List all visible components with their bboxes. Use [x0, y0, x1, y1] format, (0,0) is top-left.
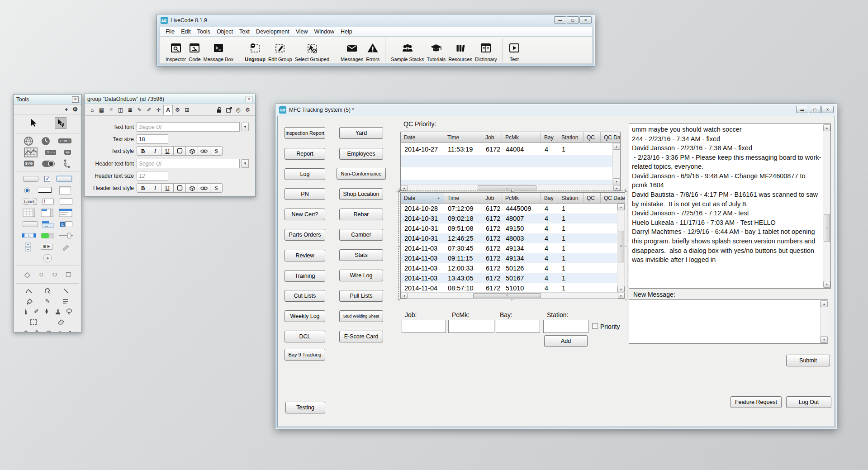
- scroll-down-icon[interactable]: ▼: [821, 336, 828, 343]
- pencil2-tool[interactable]: ✎: [35, 329, 40, 332]
- column-header-job[interactable]: Job: [482, 193, 502, 204]
- scroll-down-icon[interactable]: ▼: [823, 281, 830, 288]
- plus-icon[interactable]: +: [65, 106, 68, 113]
- menu-object[interactable]: Object: [213, 28, 236, 36]
- spinner-tool[interactable]: [25, 242, 31, 252]
- tracking-grid[interactable]: DateTimeJobPcMkBayStationQCQC Date2014-1…: [400, 192, 625, 299]
- tools-titlebar[interactable]: Tools ✕: [14, 95, 81, 104]
- italic-button[interactable]: I: [149, 146, 161, 156]
- progress-tool[interactable]: [41, 233, 54, 238]
- table-row[interactable]: 2014-11-0312:00:3361725012641: [401, 263, 625, 273]
- scrollbar-tool[interactable]: [42, 220, 54, 228]
- player-tool[interactable]: [43, 254, 52, 263]
- stamp-tool[interactable]: [55, 309, 61, 315]
- camber-button[interactable]: Camber: [339, 229, 383, 241]
- toolbar-tutorials-button[interactable]: Tutorials: [426, 37, 447, 63]
- maximize-button[interactable]: ▢: [567, 16, 579, 24]
- panel-tool[interactable]: [59, 186, 71, 195]
- layers-tab-icon[interactable]: ≣: [125, 105, 135, 115]
- scroll-field-tool[interactable]: [41, 209, 53, 217]
- add-button[interactable]: Add: [544, 335, 588, 347]
- maximize-button[interactable]: ▢: [809, 106, 821, 113]
- toolbar-dictionary-button[interactable]: Dictionary: [474, 37, 498, 63]
- rebar-button[interactable]: Rebar: [339, 209, 383, 220]
- column-header-pcmk[interactable]: PcMk: [502, 193, 541, 204]
- oval-shape[interactable]: ○: [52, 270, 57, 279]
- bold-button[interactable]: B: [137, 183, 149, 193]
- livecode-titlebar[interactable]: LC LiveCode 8.1.9: [157, 14, 595, 26]
- box-button[interactable]: [173, 183, 186, 193]
- table-row[interactable]: 2014-11-0408:57:1061725101041: [401, 283, 625, 293]
- logout-button[interactable]: Log Out: [786, 396, 831, 408]
- horizontal-scrollbar[interactable]: ◄►: [401, 185, 620, 191]
- toolbar-ungroup-button[interactable]: Ungroup: [243, 37, 267, 63]
- station-input[interactable]: [543, 320, 588, 333]
- scroll-up-icon[interactable]: ▲: [617, 204, 625, 210]
- threed-button[interactable]: [185, 183, 198, 193]
- close-icon[interactable]: ✕: [72, 96, 79, 103]
- style-tab-icon[interactable]: ✎: [135, 105, 144, 115]
- review-button[interactable]: Review: [285, 250, 325, 261]
- browse-tool[interactable]: [28, 118, 38, 128]
- table-row[interactable]: 2014-11-0313:43:0561725016741: [401, 273, 625, 283]
- menu-file[interactable]: File: [162, 28, 178, 36]
- scroll-up-icon[interactable]: ▲: [821, 300, 828, 307]
- curve-tool[interactable]: [25, 287, 33, 294]
- menu-tools[interactable]: Tools: [194, 28, 213, 36]
- scroll-left-icon[interactable]: ◄: [401, 185, 408, 191]
- inspector-titlebar[interactable]: group "DataGridLow" (id 73596) ✕: [85, 94, 255, 104]
- minimize-button[interactable]: ▬: [554, 16, 566, 24]
- submit-button[interactable]: Submit: [786, 355, 830, 366]
- close-button[interactable]: ✕: [821, 106, 834, 113]
- titlebar-widget[interactable]: < Title +: [58, 138, 71, 143]
- link-button[interactable]: [198, 146, 210, 156]
- column-header-time[interactable]: Time: [444, 193, 482, 204]
- close-button[interactable]: ✕: [579, 16, 592, 24]
- mfc-titlebar[interactable]: LC MFC Tracking System (5) *: [275, 104, 837, 116]
- scroll-right-icon[interactable]: ►: [613, 185, 620, 191]
- eraser-tool[interactable]: [57, 319, 65, 325]
- column-header-pcmk[interactable]: PcMk: [502, 132, 541, 143]
- scroll-thumb[interactable]: [478, 185, 536, 190]
- slider-tool[interactable]: [59, 233, 73, 239]
- card-tab-icon[interactable]: ▤: [97, 105, 106, 115]
- scroll-up-icon[interactable]: ▲: [613, 143, 620, 150]
- header-widget[interactable]: ≡|≡: [64, 150, 71, 155]
- priority-checkbox[interactable]: [592, 323, 598, 329]
- hollow-diamond-tool[interactable]: ◇: [58, 329, 62, 332]
- pointer-tool[interactable]: [55, 117, 66, 129]
- inspection-report-button[interactable]: Inspection Report: [285, 127, 325, 139]
- menu-development[interactable]: Development: [253, 28, 293, 36]
- table-row[interactable]: 2014-10-3112:46:2561724800341: [401, 233, 625, 243]
- column-header-bay[interactable]: Bay: [541, 193, 558, 204]
- link-button[interactable]: [198, 183, 210, 193]
- toolbar-edit-group-button[interactable]: Edit Group: [267, 37, 294, 63]
- table-row[interactable]: 2014-10-2807:12:096172444500941: [401, 204, 625, 214]
- bucket2-tool[interactable]: [23, 329, 29, 332]
- list-tool[interactable]: [59, 209, 72, 217]
- target-icon[interactable]: ◎: [233, 105, 243, 115]
- tree-widget[interactable]: [63, 159, 71, 169]
- menu-window[interactable]: Window: [311, 28, 337, 36]
- weekly-log-button[interactable]: Weekly Log: [285, 310, 325, 322]
- toolbar-select-grouped-button[interactable]: Select Grouped: [294, 37, 331, 63]
- lines-tool[interactable]: [46, 330, 52, 332]
- scroll-thumb[interactable]: [473, 293, 541, 298]
- toolbar-errors-button[interactable]: Errors: [365, 37, 381, 63]
- checkbox-tool[interactable]: ✔: [44, 176, 50, 182]
- toolbar-inspector-button[interactable]: Inspector: [164, 37, 187, 63]
- diamond-shape[interactable]: ◇: [24, 270, 30, 280]
- new-message-field[interactable]: ▲ ▼: [629, 299, 828, 344]
- scroll-left-icon[interactable]: ◄: [401, 293, 408, 299]
- column-header-qc[interactable]: QC: [583, 132, 601, 143]
- vertical-scrollbar[interactable]: ▲▼: [617, 204, 625, 293]
- scroll-thumb[interactable]: [824, 214, 830, 242]
- effect-tool[interactable]: [62, 243, 70, 251]
- scroll-up-icon[interactable]: ▲: [823, 124, 830, 131]
- columns-tab-icon[interactable]: ◫: [116, 105, 125, 115]
- column-header-qc-date[interactable]: QC Date: [601, 132, 621, 143]
- radio-tool[interactable]: [24, 187, 30, 194]
- toolbar-sample-stacks-button[interactable]: Sample Stacks: [389, 37, 425, 63]
- chevron-down-icon[interactable]: ▼: [242, 159, 249, 168]
- geometry-tab-icon[interactable]: ⊞: [182, 105, 192, 115]
